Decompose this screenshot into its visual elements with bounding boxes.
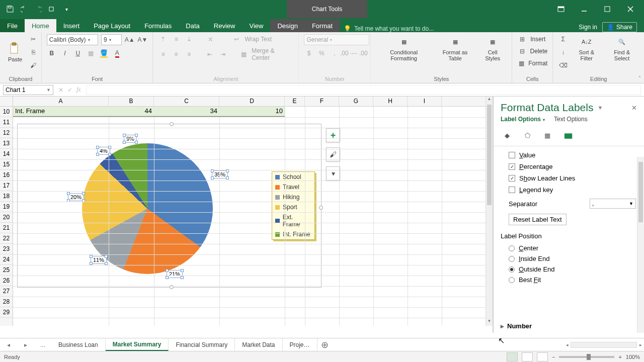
label-options-tab[interactable]: Label Options	[501, 116, 545, 123]
close-pane-icon[interactable]: ✕	[631, 104, 637, 112]
row-header[interactable]: 25	[0, 265, 13, 276]
horizontal-scrollbar[interactable]: ◂▸	[564, 338, 644, 351]
cell[interactable]: 44	[109, 107, 154, 117]
radio-center[interactable]: Center	[509, 243, 642, 253]
format-button[interactable]: ▦Format	[517, 58, 547, 68]
column-header[interactable]: G	[339, 97, 373, 106]
fx-icon[interactable]: fx	[76, 86, 81, 94]
scroll-thumb[interactable]	[487, 105, 492, 205]
percent-icon[interactable]: %	[317, 48, 327, 58]
tab-design[interactable]: Design	[270, 19, 304, 32]
tab-file[interactable]: File	[0, 19, 25, 32]
tab-data[interactable]: Data	[179, 19, 206, 32]
sheet-nav-next[interactable]: ▸	[17, 338, 34, 351]
row-header[interactable]: 17	[0, 180, 13, 191]
column-header[interactable]: A	[13, 97, 109, 106]
data-label-travel[interactable]: 21%	[167, 270, 183, 278]
sign-in-link[interactable]: Sign in	[579, 24, 597, 31]
close-icon[interactable]	[619, 1, 642, 17]
row-header[interactable]: 22	[0, 233, 13, 244]
row-header[interactable]: 11	[0, 117, 13, 128]
tab-format[interactable]: Format	[305, 19, 340, 32]
row-header[interactable]: 24	[0, 254, 13, 265]
cell[interactable]: Int. Frame	[13, 107, 109, 117]
redo-icon[interactable]	[31, 2, 45, 16]
autosum-icon[interactable]: Σ	[558, 34, 568, 44]
row-header[interactable]: 10	[0, 107, 13, 117]
worksheet-grid[interactable]: ABCDEFGHI 101112131415161718192021222324…	[0, 97, 493, 333]
clear-icon[interactable]: ⌫	[558, 60, 568, 70]
row-header[interactable]: 29	[0, 307, 13, 318]
checkbox-percentage[interactable]: ✓Percentage	[509, 161, 642, 172]
checkbox-legend-key[interactable]: Legend key	[509, 184, 642, 196]
merge-icon[interactable]: ▦	[238, 49, 249, 59]
row-header[interactable]: 13	[0, 138, 13, 149]
orientation-icon[interactable]: ⤮	[205, 34, 215, 44]
data-label-hiking[interactable]: 11%	[91, 256, 107, 264]
data-label-int-frame[interactable]: 9%	[124, 135, 137, 143]
sheet-nav-more[interactable]: ...	[34, 338, 51, 351]
row-header[interactable]: 20	[0, 212, 13, 223]
decrease-font-icon[interactable]: A▼	[138, 35, 148, 45]
cell[interactable]: 34	[154, 107, 219, 117]
wrap-text-icon[interactable]: ↩	[231, 34, 242, 44]
align-left-icon[interactable]: ≡	[158, 49, 168, 59]
page-layout-view-icon[interactable]	[522, 352, 533, 361]
increase-font-icon[interactable]: A▲	[125, 35, 135, 45]
new-sheet-button[interactable]: ⊕	[317, 338, 333, 351]
font-size-select[interactable]: 9	[101, 34, 122, 45]
chart-object[interactable]: 35% 21% 11% 20% 4% 9% SchoolTravelHiking…	[17, 124, 321, 288]
italic-icon[interactable]: I	[60, 48, 70, 58]
scroll-up-icon[interactable]: ▲	[486, 97, 493, 104]
row-header[interactable]: 19	[0, 202, 13, 212]
underline-icon[interactable]: U	[73, 48, 83, 58]
increase-decimal-icon[interactable]: .00→	[342, 48, 352, 58]
label-options-icon[interactable]: ▮▮▮	[561, 129, 574, 142]
sheet-nav-prev[interactable]: ◂	[0, 338, 17, 351]
checkbox-leader-lines[interactable]: ✓Show Leader Lines	[509, 172, 642, 184]
number-format-select[interactable]: General	[304, 34, 369, 45]
collapse-ribbon-icon[interactable]: ˄	[638, 75, 641, 81]
currency-icon[interactable]: $	[304, 48, 313, 58]
radio-inside-end[interactable]: Inside End	[509, 253, 642, 264]
column-header[interactable]: H	[373, 97, 408, 106]
legend-item[interactable]: Ext. Frame	[272, 212, 314, 229]
align-bottom-icon[interactable]: ⇣	[184, 34, 194, 44]
zoom-in-icon[interactable]: +	[618, 354, 621, 360]
format-painter-icon[interactable]: 🖌	[28, 60, 38, 70]
checkbox-value[interactable]: Value	[509, 149, 642, 161]
fill-icon[interactable]: ↓	[558, 47, 568, 57]
conditional-formatting-button[interactable]: ▦Conditional Formatting	[376, 34, 432, 62]
data-label-sport[interactable]: 20%	[68, 193, 84, 201]
tab-formulas[interactable]: Formulas	[137, 19, 179, 32]
column-header[interactable]: I	[408, 97, 442, 106]
pane-options-icon[interactable]: ▼	[597, 105, 603, 111]
align-center-icon[interactable]: ≡	[171, 49, 181, 59]
row-header[interactable]: 16	[0, 170, 13, 180]
find-select-button[interactable]: 🔍Find & Select	[605, 34, 639, 62]
column-header[interactable]: F	[305, 97, 339, 106]
align-right-icon[interactable]: ≡	[184, 49, 194, 59]
tell-me-search[interactable]: 💡 Tell me what you want to do...	[340, 25, 434, 32]
chart-filters-button[interactable]: ▾	[326, 166, 340, 180]
legend-item[interactable]: Hiking	[272, 192, 314, 202]
column-header[interactable]: C	[154, 97, 219, 106]
chart-elements-button[interactable]: +	[326, 128, 340, 142]
tab-view[interactable]: View	[242, 19, 270, 32]
zoom-level[interactable]: 100%	[626, 354, 640, 360]
customize-qa-icon[interactable]: ▾	[59, 2, 73, 16]
font-face-select[interactable]: Calibri (Body)	[47, 34, 98, 45]
sheet-tab-financial-summary[interactable]: Financial Summary	[169, 338, 235, 351]
copy-icon[interactable]: ⎘	[28, 47, 38, 57]
name-box[interactable]: Chart 1▼	[3, 85, 53, 95]
column-header[interactable]: D	[219, 97, 285, 106]
legend-item[interactable]: Sport	[272, 202, 314, 212]
tab-home[interactable]: Home	[25, 19, 56, 32]
row-header[interactable]: 21	[0, 223, 13, 233]
row-header[interactable]: 18	[0, 191, 13, 202]
tab-insert[interactable]: Insert	[56, 19, 87, 32]
size-properties-icon[interactable]: ▦	[541, 129, 554, 142]
ribbon-options-icon[interactable]	[549, 1, 573, 17]
minimize-icon[interactable]	[573, 1, 596, 17]
scroll-down-icon[interactable]: ▼	[486, 319, 493, 326]
